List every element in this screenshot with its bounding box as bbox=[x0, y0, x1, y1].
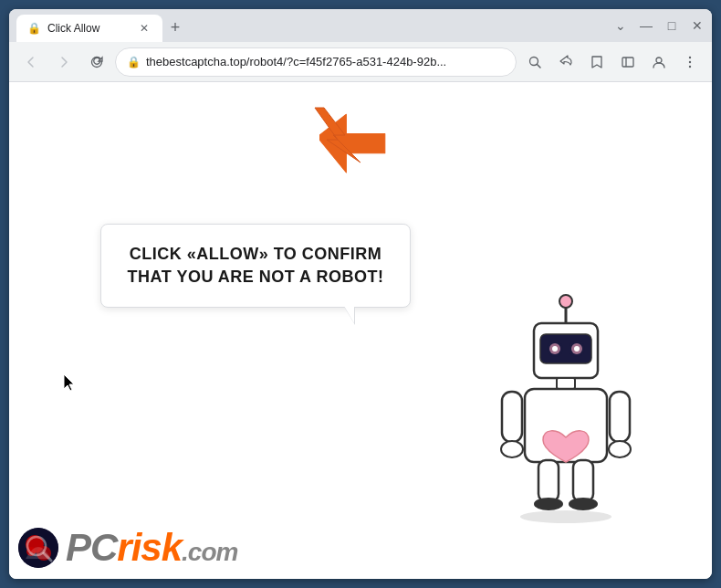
dotcom-text: .com bbox=[182, 538, 237, 566]
minimize-button[interactable]: — bbox=[639, 18, 653, 33]
pcrisk-logo-icon bbox=[18, 528, 58, 568]
captcha-message: CLICK «ALLOW» TO CONFIRM THAT YOU ARE NO… bbox=[123, 243, 388, 289]
browser-tab[interactable]: 🔒 Click Allow ✕ bbox=[16, 15, 162, 42]
svg-point-4 bbox=[656, 58, 662, 63]
svg-point-18 bbox=[574, 346, 580, 352]
svg-point-26 bbox=[534, 498, 563, 510]
svg-point-17 bbox=[552, 346, 558, 352]
tab-favicon-icon: 🔒 bbox=[27, 22, 40, 35]
window-menu-button[interactable]: ⌄ bbox=[613, 18, 628, 33]
lock-icon: 🔒 bbox=[127, 56, 141, 68]
tab-bar: 🔒 Click Allow ✕ + bbox=[16, 15, 705, 42]
svg-rect-2 bbox=[622, 58, 633, 67]
back-button[interactable] bbox=[16, 47, 46, 77]
pointing-arrow bbox=[310, 99, 392, 184]
reload-button[interactable] bbox=[82, 47, 111, 77]
robot-image bbox=[475, 287, 657, 524]
toolbar: 🔒 thebestcaptcha.top/robot4/?c=f45f2765-… bbox=[9, 42, 712, 82]
svg-rect-23 bbox=[610, 392, 630, 442]
share-button[interactable] bbox=[551, 47, 580, 77]
svg-point-28 bbox=[569, 498, 598, 510]
svg-rect-27 bbox=[573, 460, 593, 501]
speech-bubble-container: CLICK «ALLOW» TO CONFIRM THAT YOU ARE NO… bbox=[100, 224, 411, 308]
title-bar: 🔒 Click Allow ✕ + ⌄ — □ ✕ bbox=[9, 9, 712, 42]
svg-point-5 bbox=[689, 56, 691, 58]
search-button[interactable] bbox=[520, 47, 549, 77]
window-controls: ⌄ — □ ✕ bbox=[613, 18, 705, 33]
risk-text: risk bbox=[117, 526, 182, 569]
svg-point-24 bbox=[609, 441, 631, 457]
svg-point-29 bbox=[520, 510, 611, 523]
svg-line-1 bbox=[538, 64, 541, 68]
speech-bubble: CLICK «ALLOW» TO CONFIRM THAT YOU ARE NO… bbox=[100, 224, 411, 308]
svg-point-10 bbox=[559, 295, 572, 308]
sidebar-button[interactable] bbox=[613, 47, 643, 77]
tab-close-button[interactable]: ✕ bbox=[137, 21, 152, 36]
svg-point-22 bbox=[501, 441, 523, 457]
url-text: thebestcaptcha.top/robot4/?c=f45f2765-a5… bbox=[146, 55, 505, 68]
close-button[interactable]: ✕ bbox=[690, 18, 705, 33]
bookmark-button[interactable] bbox=[582, 47, 611, 77]
page-content: CLICK «ALLOW» TO CONFIRM THAT YOU ARE NO… bbox=[9, 82, 712, 579]
toolbar-icons bbox=[520, 47, 705, 77]
svg-rect-21 bbox=[502, 392, 522, 442]
forward-button[interactable] bbox=[49, 47, 78, 77]
maximize-button[interactable]: □ bbox=[664, 18, 679, 33]
pcrisk-text: PCrisk.com bbox=[66, 526, 237, 570]
svg-point-7 bbox=[689, 65, 691, 67]
new-tab-button[interactable]: + bbox=[162, 15, 188, 40]
profile-button[interactable] bbox=[644, 47, 674, 77]
browser-window: 🔒 Click Allow ✕ + ⌄ — □ ✕ 🔒 thebestcaptc… bbox=[9, 9, 712, 579]
svg-point-6 bbox=[689, 60, 691, 62]
menu-button[interactable] bbox=[675, 47, 705, 77]
svg-rect-25 bbox=[538, 460, 559, 501]
svg-rect-19 bbox=[557, 378, 575, 389]
tab-title: Click Allow bbox=[47, 22, 130, 35]
pc-text: PC bbox=[66, 526, 117, 569]
address-bar[interactable]: 🔒 thebestcaptcha.top/robot4/?c=f45f2765-… bbox=[115, 47, 517, 77]
watermark: PCrisk.com bbox=[18, 526, 237, 570]
cursor-icon bbox=[64, 374, 77, 393]
